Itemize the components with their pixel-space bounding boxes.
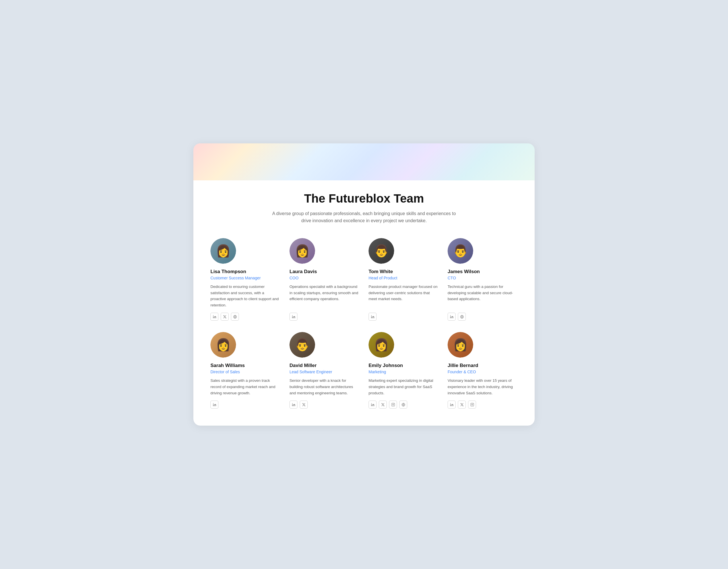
linkedin-link[interactable] [448,401,456,409]
web-link[interactable] [458,313,466,321]
svg-point-10 [392,404,394,405]
content-area: The Futureblox Team A diverse group of p… [193,180,535,426]
member-name-james: James Wilson [448,269,518,274]
linkedin-link[interactable] [289,401,297,409]
member-bio-david: Senior developer with a knack for buildi… [289,378,359,396]
team-member-james: 👨 James Wilson CTO Technical guru with a… [448,238,518,321]
avatar-emily: 👩 [369,332,394,358]
member-role-lisa: Customer Success Manager [210,276,280,280]
avatar-laura: 👩 [289,238,315,264]
member-role-laura: COO [289,276,359,280]
svg-point-16 [473,404,473,404]
page-header: The Futureblox Team A diverse group of p… [210,180,518,238]
avatar-david: 👨 [289,332,315,358]
avatar-face-emily: 👩 [369,332,394,358]
svg-point-7 [292,403,293,404]
member-bio-jillie: Visionary leader with over 15 years of e… [448,378,518,396]
member-name-jillie: Jillie Bernard [448,363,518,369]
social-links-sarah [210,401,280,409]
svg-point-13 [450,403,451,404]
member-role-james: CTO [448,276,518,280]
team-grid: 👩 Lisa Thompson Customer Success Manager… [210,238,518,409]
svg-point-6 [213,403,214,404]
social-links-emily [369,401,439,409]
linkedin-link[interactable] [369,313,377,321]
team-member-emily: 👩 Emily Johnson Marketing Marketing expe… [369,332,439,409]
member-name-david: David Miller [289,363,359,369]
member-name-emily: Emily Johnson [369,363,439,369]
avatar-face-laura: 👩 [289,238,315,264]
svg-point-2 [292,315,293,316]
social-links-laura [289,313,359,321]
svg-rect-9 [392,403,395,406]
twitter-link[interactable] [458,401,466,409]
svg-point-0 [213,315,214,316]
avatar-face-james: 👨 [448,238,473,264]
team-member-laura: 👩 Laura Davis COO Operations specialist … [289,238,359,321]
linkedin-link[interactable] [448,313,456,321]
linkedin-link[interactable] [210,313,218,321]
social-links-david [289,401,359,409]
member-bio-james: Technical guru with a passion for develo… [448,283,518,308]
instagram-link[interactable] [389,401,397,409]
social-links-lisa [210,313,280,321]
member-bio-tom: Passionate product manager focused on de… [369,283,439,308]
svg-point-4 [450,315,451,316]
team-card: The Futureblox Team A diverse group of p… [193,143,535,426]
hero-banner [193,143,535,180]
svg-point-8 [371,403,372,404]
avatar-james: 👨 [448,238,473,264]
member-role-tom: Head of Product [369,276,439,280]
member-role-jillie: Founder & CEO [448,370,518,374]
page-subtitle: A diverse group of passionate profession… [267,210,461,224]
member-name-laura: Laura Davis [289,269,359,274]
avatar-face-jillie: 👩 [448,332,473,358]
page-title: The Futureblox Team [210,192,518,205]
team-member-sarah: 👩 Sarah Williams Director of Sales Sales… [210,332,280,409]
member-role-david: Lead Software Engineer [289,370,359,374]
avatar-lisa: 👩 [210,238,236,264]
member-name-sarah: Sarah Williams [210,363,280,369]
svg-point-15 [471,404,473,405]
team-member-david: 👨 David Miller Lead Software Engineer Se… [289,332,359,409]
web-link[interactable] [399,401,407,409]
avatar-jillie: 👩 [448,332,473,358]
team-member-tom: 👨 Tom White Head of Product Passionate p… [369,238,439,321]
web-link[interactable] [231,313,239,321]
linkedin-link[interactable] [369,401,377,409]
instagram-link[interactable] [468,401,476,409]
member-role-emily: Marketing [369,370,439,374]
member-bio-laura: Operations specialist with a background … [289,283,359,308]
svg-rect-14 [471,403,474,406]
avatar-face-lisa: 👩 [210,238,236,264]
avatar-face-david: 👨 [289,332,315,358]
avatar-face-tom: 👨 [369,238,394,264]
team-member-lisa: 👩 Lisa Thompson Customer Success Manager… [210,238,280,321]
social-links-jillie [448,401,518,409]
svg-point-11 [394,404,394,404]
svg-point-3 [371,315,372,316]
avatar-face-sarah: 👩 [210,332,236,358]
avatar-sarah: 👩 [210,332,236,358]
member-name-lisa: Lisa Thompson [210,269,280,274]
member-bio-lisa: Dedicated to ensuring customer satisfact… [210,283,280,308]
member-name-tom: Tom White [369,269,439,274]
social-links-james [448,313,518,321]
member-bio-sarah: Sales strategist with a proven track rec… [210,378,280,396]
linkedin-link[interactable] [289,313,297,321]
twitter-link[interactable] [379,401,387,409]
twitter-link[interactable] [221,313,229,321]
member-bio-emily: Marketing expert specializing in digital… [369,378,439,396]
avatar-tom: 👨 [369,238,394,264]
team-member-jillie: 👩 Jillie Bernard Founder & CEO Visionary… [448,332,518,409]
social-links-tom [369,313,439,321]
linkedin-link[interactable] [210,401,218,409]
twitter-link[interactable] [300,401,308,409]
member-role-sarah: Director of Sales [210,370,280,374]
